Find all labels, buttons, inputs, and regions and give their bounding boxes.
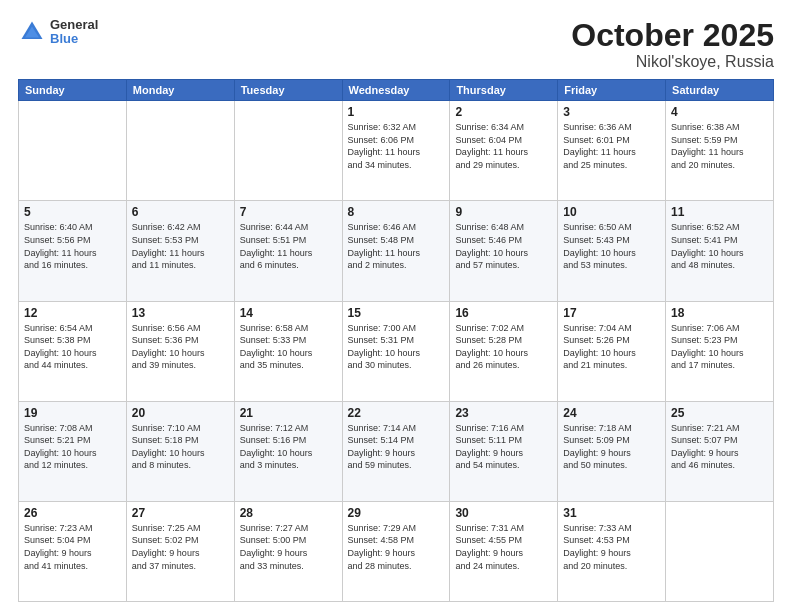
day-header-wednesday: Wednesday — [342, 80, 450, 101]
calendar-cell: 21Sunrise: 7:12 AM Sunset: 5:16 PM Dayli… — [234, 401, 342, 501]
logo-text: General Blue — [50, 18, 98, 47]
page: General Blue October 2025 Nikol'skoye, R… — [0, 0, 792, 612]
day-number: 5 — [24, 205, 121, 219]
calendar-cell: 12Sunrise: 6:54 AM Sunset: 5:38 PM Dayli… — [19, 301, 127, 401]
calendar-cell: 24Sunrise: 7:18 AM Sunset: 5:09 PM Dayli… — [558, 401, 666, 501]
day-info: Sunrise: 6:44 AM Sunset: 5:51 PM Dayligh… — [240, 221, 337, 271]
day-info: Sunrise: 7:14 AM Sunset: 5:14 PM Dayligh… — [348, 422, 445, 472]
day-number: 24 — [563, 406, 660, 420]
day-header-friday: Friday — [558, 80, 666, 101]
day-number: 11 — [671, 205, 768, 219]
week-row-3: 19Sunrise: 7:08 AM Sunset: 5:21 PM Dayli… — [19, 401, 774, 501]
calendar-subtitle: Nikol'skoye, Russia — [571, 53, 774, 71]
calendar-cell: 27Sunrise: 7:25 AM Sunset: 5:02 PM Dayli… — [126, 501, 234, 601]
day-number: 2 — [455, 105, 552, 119]
week-row-1: 5Sunrise: 6:40 AM Sunset: 5:56 PM Daylig… — [19, 201, 774, 301]
calendar-cell: 15Sunrise: 7:00 AM Sunset: 5:31 PM Dayli… — [342, 301, 450, 401]
day-info: Sunrise: 7:18 AM Sunset: 5:09 PM Dayligh… — [563, 422, 660, 472]
day-number: 13 — [132, 306, 229, 320]
day-number: 22 — [348, 406, 445, 420]
day-info: Sunrise: 7:00 AM Sunset: 5:31 PM Dayligh… — [348, 322, 445, 372]
calendar-cell: 6Sunrise: 6:42 AM Sunset: 5:53 PM Daylig… — [126, 201, 234, 301]
calendar-cell — [19, 101, 127, 201]
day-number: 3 — [563, 105, 660, 119]
day-info: Sunrise: 6:48 AM Sunset: 5:46 PM Dayligh… — [455, 221, 552, 271]
calendar-cell: 14Sunrise: 6:58 AM Sunset: 5:33 PM Dayli… — [234, 301, 342, 401]
calendar-cell: 25Sunrise: 7:21 AM Sunset: 5:07 PM Dayli… — [666, 401, 774, 501]
calendar-cell: 29Sunrise: 7:29 AM Sunset: 4:58 PM Dayli… — [342, 501, 450, 601]
logo: General Blue — [18, 18, 98, 47]
day-info: Sunrise: 7:06 AM Sunset: 5:23 PM Dayligh… — [671, 322, 768, 372]
day-number: 19 — [24, 406, 121, 420]
calendar-cell: 10Sunrise: 6:50 AM Sunset: 5:43 PM Dayli… — [558, 201, 666, 301]
day-info: Sunrise: 7:33 AM Sunset: 4:53 PM Dayligh… — [563, 522, 660, 572]
day-number: 29 — [348, 506, 445, 520]
day-info: Sunrise: 7:23 AM Sunset: 5:04 PM Dayligh… — [24, 522, 121, 572]
day-info: Sunrise: 7:04 AM Sunset: 5:26 PM Dayligh… — [563, 322, 660, 372]
calendar-cell: 30Sunrise: 7:31 AM Sunset: 4:55 PM Dayli… — [450, 501, 558, 601]
logo-line1: General — [50, 18, 98, 32]
day-number: 8 — [348, 205, 445, 219]
day-number: 10 — [563, 205, 660, 219]
day-number: 16 — [455, 306, 552, 320]
calendar-table: SundayMondayTuesdayWednesdayThursdayFrid… — [18, 79, 774, 602]
day-number: 7 — [240, 205, 337, 219]
calendar-cell: 31Sunrise: 7:33 AM Sunset: 4:53 PM Dayli… — [558, 501, 666, 601]
day-info: Sunrise: 6:54 AM Sunset: 5:38 PM Dayligh… — [24, 322, 121, 372]
calendar-cell — [234, 101, 342, 201]
day-info: Sunrise: 6:58 AM Sunset: 5:33 PM Dayligh… — [240, 322, 337, 372]
title-block: October 2025 Nikol'skoye, Russia — [571, 18, 774, 71]
calendar-cell: 9Sunrise: 6:48 AM Sunset: 5:46 PM Daylig… — [450, 201, 558, 301]
day-info: Sunrise: 7:12 AM Sunset: 5:16 PM Dayligh… — [240, 422, 337, 472]
day-info: Sunrise: 6:46 AM Sunset: 5:48 PM Dayligh… — [348, 221, 445, 271]
day-info: Sunrise: 6:42 AM Sunset: 5:53 PM Dayligh… — [132, 221, 229, 271]
calendar-cell: 4Sunrise: 6:38 AM Sunset: 5:59 PM Daylig… — [666, 101, 774, 201]
day-info: Sunrise: 7:31 AM Sunset: 4:55 PM Dayligh… — [455, 522, 552, 572]
calendar-cell — [666, 501, 774, 601]
day-info: Sunrise: 7:21 AM Sunset: 5:07 PM Dayligh… — [671, 422, 768, 472]
day-info: Sunrise: 7:25 AM Sunset: 5:02 PM Dayligh… — [132, 522, 229, 572]
header-row: SundayMondayTuesdayWednesdayThursdayFrid… — [19, 80, 774, 101]
day-number: 26 — [24, 506, 121, 520]
day-info: Sunrise: 6:52 AM Sunset: 5:41 PM Dayligh… — [671, 221, 768, 271]
day-header-sunday: Sunday — [19, 80, 127, 101]
day-number: 4 — [671, 105, 768, 119]
day-info: Sunrise: 6:32 AM Sunset: 6:06 PM Dayligh… — [348, 121, 445, 171]
day-number: 14 — [240, 306, 337, 320]
calendar-cell: 23Sunrise: 7:16 AM Sunset: 5:11 PM Dayli… — [450, 401, 558, 501]
day-number: 30 — [455, 506, 552, 520]
day-header-thursday: Thursday — [450, 80, 558, 101]
day-number: 21 — [240, 406, 337, 420]
day-info: Sunrise: 6:38 AM Sunset: 5:59 PM Dayligh… — [671, 121, 768, 171]
calendar-title: October 2025 — [571, 18, 774, 53]
day-info: Sunrise: 7:08 AM Sunset: 5:21 PM Dayligh… — [24, 422, 121, 472]
day-number: 9 — [455, 205, 552, 219]
day-info: Sunrise: 6:36 AM Sunset: 6:01 PM Dayligh… — [563, 121, 660, 171]
day-header-monday: Monday — [126, 80, 234, 101]
day-number: 15 — [348, 306, 445, 320]
calendar-cell: 13Sunrise: 6:56 AM Sunset: 5:36 PM Dayli… — [126, 301, 234, 401]
calendar-cell: 8Sunrise: 6:46 AM Sunset: 5:48 PM Daylig… — [342, 201, 450, 301]
calendar-cell: 2Sunrise: 6:34 AM Sunset: 6:04 PM Daylig… — [450, 101, 558, 201]
calendar-cell: 11Sunrise: 6:52 AM Sunset: 5:41 PM Dayli… — [666, 201, 774, 301]
calendar-cell: 28Sunrise: 7:27 AM Sunset: 5:00 PM Dayli… — [234, 501, 342, 601]
day-number: 6 — [132, 205, 229, 219]
day-info: Sunrise: 6:50 AM Sunset: 5:43 PM Dayligh… — [563, 221, 660, 271]
calendar-cell: 22Sunrise: 7:14 AM Sunset: 5:14 PM Dayli… — [342, 401, 450, 501]
day-number: 17 — [563, 306, 660, 320]
week-row-2: 12Sunrise: 6:54 AM Sunset: 5:38 PM Dayli… — [19, 301, 774, 401]
calendar-cell — [126, 101, 234, 201]
day-number: 23 — [455, 406, 552, 420]
calendar-cell: 20Sunrise: 7:10 AM Sunset: 5:18 PM Dayli… — [126, 401, 234, 501]
calendar-cell: 26Sunrise: 7:23 AM Sunset: 5:04 PM Dayli… — [19, 501, 127, 601]
day-number: 12 — [24, 306, 121, 320]
day-info: Sunrise: 6:34 AM Sunset: 6:04 PM Dayligh… — [455, 121, 552, 171]
calendar-cell: 5Sunrise: 6:40 AM Sunset: 5:56 PM Daylig… — [19, 201, 127, 301]
week-row-0: 1Sunrise: 6:32 AM Sunset: 6:06 PM Daylig… — [19, 101, 774, 201]
calendar-cell: 17Sunrise: 7:04 AM Sunset: 5:26 PM Dayli… — [558, 301, 666, 401]
calendar-cell: 1Sunrise: 6:32 AM Sunset: 6:06 PM Daylig… — [342, 101, 450, 201]
day-number: 18 — [671, 306, 768, 320]
week-row-4: 26Sunrise: 7:23 AM Sunset: 5:04 PM Dayli… — [19, 501, 774, 601]
day-info: Sunrise: 7:10 AM Sunset: 5:18 PM Dayligh… — [132, 422, 229, 472]
logo-line2: Blue — [50, 32, 98, 46]
